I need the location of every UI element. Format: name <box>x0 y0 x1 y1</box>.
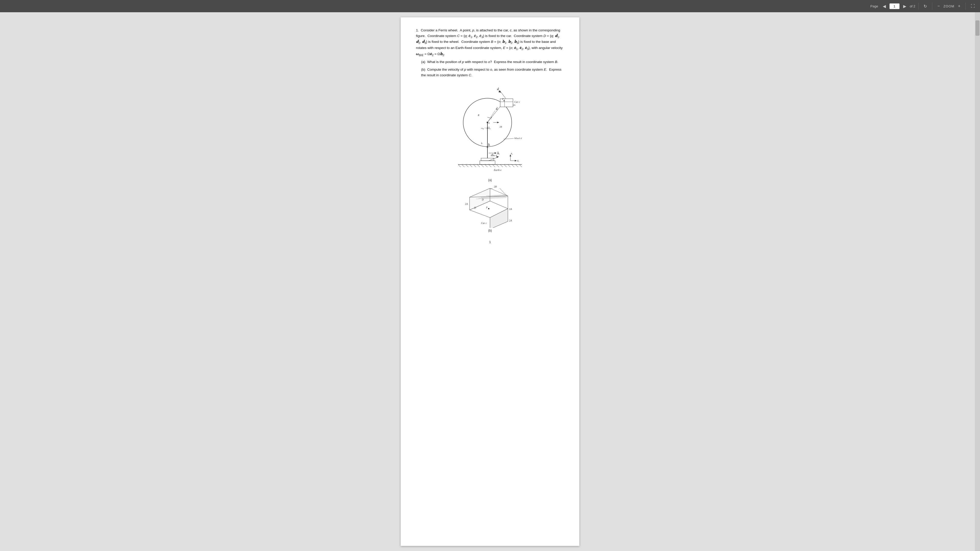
svg-line-4 <box>469 165 472 167</box>
figure-b-svg: p D D 2B 2A 2A 2A Car c <box>462 184 518 228</box>
svg-text:Wheel d: Wheel d <box>514 137 522 140</box>
problem-intro: 1. Consider a Ferris wheel. A point, p, … <box>416 27 564 57</box>
svg-marker-44 <box>515 160 517 162</box>
svg-text:2A: 2A <box>513 104 515 106</box>
svg-line-50 <box>487 110 495 122</box>
page-number-input[interactable] <box>889 3 900 9</box>
scrollbar-thumb[interactable] <box>975 21 980 36</box>
svg-text:ê1: ê1 <box>511 152 513 156</box>
svg-text:p: p <box>502 97 504 100</box>
svg-line-3 <box>466 165 468 167</box>
svg-text:2B: 2B <box>500 125 502 128</box>
svg-text:2A: 2A <box>465 203 468 205</box>
svg-line-13 <box>504 165 507 167</box>
svg-text:D: D <box>482 198 484 201</box>
svg-line-6 <box>477 165 480 167</box>
svg-line-15 <box>512 165 514 167</box>
total-pages: of 2 <box>910 4 915 8</box>
svg-text:b̂2: b̂2 <box>497 151 500 155</box>
sub-item-b: (b) Compute the velocity of p with respe… <box>421 67 564 78</box>
svg-text:R: R <box>477 114 479 117</box>
svg-text:o: o <box>488 121 490 124</box>
svg-text:d̂1: d̂1 <box>497 87 500 91</box>
svg-line-57 <box>504 138 514 139</box>
svg-text:Car c: Car c <box>514 100 520 103</box>
svg-line-9 <box>489 165 491 167</box>
svg-line-17 <box>519 165 522 167</box>
svg-line-16 <box>515 165 518 167</box>
figure-b-label: (b) <box>488 229 492 232</box>
svg-line-10 <box>493 165 495 167</box>
svg-line-7 <box>481 165 484 167</box>
svg-text:h: h <box>481 142 482 144</box>
svg-point-29 <box>504 100 504 101</box>
svg-text:Earth e: Earth e <box>493 168 501 171</box>
figure-a-label: (a) <box>488 178 492 182</box>
svg-line-8 <box>485 165 487 167</box>
svg-line-5 <box>473 165 476 167</box>
svg-point-74 <box>488 208 490 210</box>
prev-page-button[interactable]: ◀ <box>881 3 888 10</box>
svg-text:D: D <box>474 206 476 209</box>
svg-text:ωB = Ωb̂2: ωB = Ωb̂2 <box>481 126 490 130</box>
right-scrollbar[interactable] <box>975 12 980 551</box>
svg-text:2A: 2A <box>509 208 512 210</box>
fullscreen-button[interactable]: ⛶ <box>969 3 977 10</box>
svg-text:Car c: Car c <box>481 222 487 224</box>
toolbar: Page ◀ ▶ of 2 ↻ − ZOOM + ⛶ <box>0 0 980 12</box>
page-label: Page <box>870 4 878 8</box>
problem-text: 1. Consider a Ferris wheel. A point, p, … <box>416 27 564 78</box>
sub-item-a: (a) What is the position of p with respe… <box>421 59 564 65</box>
svg-text:2A: 2A <box>509 219 512 222</box>
svg-line-12 <box>500 165 503 167</box>
svg-rect-19 <box>480 161 495 165</box>
separator-2 <box>932 3 932 10</box>
svg-marker-38 <box>495 152 496 154</box>
page-number-display: 1 <box>416 240 564 244</box>
svg-line-80 <box>500 188 508 197</box>
svg-text:ê1: ê1 <box>517 159 519 162</box>
main-content: 1. Consider a Ferris wheel. A point, p, … <box>0 12 980 551</box>
figure-b-wrapper: p D D 2B 2A 2A 2A Car c (b) <box>416 184 564 232</box>
figure-a-wrapper: o Car c p θ R h <box>416 80 564 182</box>
svg-line-11 <box>496 165 499 167</box>
svg-text:2B: 2B <box>494 185 496 188</box>
svg-line-1 <box>458 165 461 167</box>
zoom-in-button[interactable]: + <box>956 3 963 10</box>
zoom-out-button[interactable]: − <box>935 3 942 10</box>
svg-marker-53 <box>497 122 499 123</box>
refresh-button[interactable]: ↻ <box>921 3 929 10</box>
svg-text:b̂1: b̂1 <box>488 143 490 147</box>
svg-text:p: p <box>486 206 487 208</box>
next-page-button[interactable]: ▶ <box>901 3 908 10</box>
zoom-label: ZOOM <box>943 4 955 8</box>
page-document: 1. Consider a Ferris wheel. A point, p, … <box>401 17 579 546</box>
svg-line-2 <box>462 165 465 167</box>
svg-text:θ: θ <box>491 116 492 119</box>
figure-a-svg: o Car c p θ R h <box>455 80 525 177</box>
svg-text:d̂2: d̂2 <box>496 107 498 111</box>
svg-line-14 <box>508 165 511 167</box>
